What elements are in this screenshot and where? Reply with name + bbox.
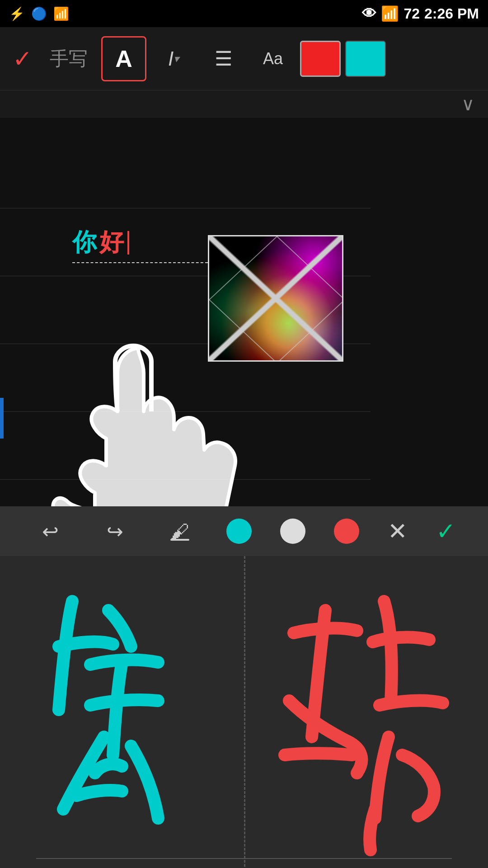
text-style-button[interactable]: A	[101, 36, 146, 81]
color-teal-button[interactable]	[226, 519, 252, 544]
confirm-button[interactable]: ✓	[9, 45, 36, 72]
hw-char-cyan-svg	[18, 565, 235, 868]
usb-icon: ⚡	[9, 6, 25, 21]
hw-toolbar: ↩ ↪ 🖌 ✕ ✓	[0, 506, 488, 556]
cancel-icon: ✕	[388, 518, 408, 544]
color-red-button[interactable]	[334, 519, 359, 544]
text-cursor	[127, 231, 129, 255]
hw-divider	[244, 556, 245, 868]
eye-icon: 👁	[362, 5, 376, 22]
text-underline	[72, 262, 208, 263]
align-button[interactable]: ☰	[201, 36, 246, 81]
toolbar: ✓ 手写 A I ▾ ☰ Aa	[0, 27, 488, 90]
battery-level: 72	[404, 5, 420, 22]
hw-confirm-button[interactable]: ✓	[436, 518, 456, 545]
canvas-text: 你 好	[72, 226, 129, 259]
canvas-char-cyan: 你	[72, 226, 97, 259]
signal-icon: 📶	[381, 5, 399, 22]
hw-confirm-icon: ✓	[436, 518, 456, 544]
color-white-button[interactable]	[280, 519, 305, 544]
status-bar: ⚡ 🔵 📶 👁 📶 72 2:26 PM	[0, 0, 488, 27]
undo-button[interactable]: ↩	[33, 513, 69, 549]
text-style-icon: A	[115, 45, 132, 72]
redo-icon: ↪	[107, 520, 123, 543]
canvas-area[interactable]: 你 好	[0, 118, 488, 506]
redo-button[interactable]: ↪	[97, 513, 133, 549]
canvas-char-red: 好	[99, 226, 124, 259]
collapse-row[interactable]: ∨	[0, 90, 488, 118]
text-color-swatch[interactable]	[300, 41, 341, 77]
italic-button[interactable]: I ▾	[151, 36, 196, 81]
hw-char-red-svg	[258, 565, 474, 868]
font-size-icon: Aa	[263, 49, 283, 68]
hw-area[interactable]	[0, 556, 488, 868]
hand-cursor-drawing	[27, 339, 253, 506]
canvas-line-1	[0, 208, 371, 208]
font-size-button[interactable]: Aa	[250, 36, 296, 81]
status-left: ⚡ 🔵 📶	[9, 6, 69, 21]
handwriting-panel: ↩ ↪ 🖌 ✕ ✓	[0, 506, 488, 868]
left-page-marker	[0, 398, 4, 439]
align-icon: ☰	[215, 47, 232, 70]
cancel-button[interactable]: ✕	[388, 518, 408, 545]
wifi-icon: 📶	[53, 6, 69, 21]
eraser-icon: 🖌	[170, 520, 189, 542]
sync-icon: 🔵	[31, 6, 47, 21]
italic-icon: I	[168, 47, 174, 70]
highlight-color-swatch[interactable]	[345, 41, 386, 77]
status-right: 👁 📶 72 2:26 PM	[362, 5, 479, 22]
mode-label: 手写	[50, 46, 88, 71]
clock: 2:26 PM	[424, 5, 479, 22]
collapse-arrow-icon: ∨	[461, 94, 474, 114]
undo-icon: ↩	[42, 520, 59, 543]
eraser-button[interactable]: 🖌	[162, 513, 198, 549]
